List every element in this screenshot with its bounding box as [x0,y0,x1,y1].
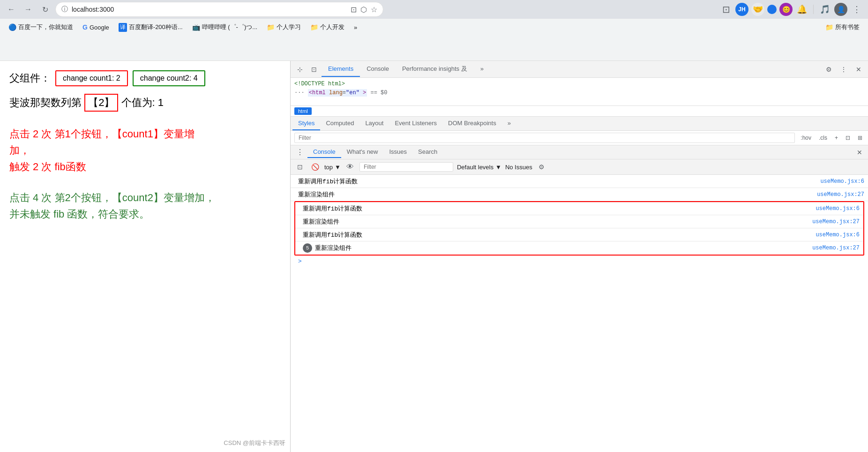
bookmark-all[interactable]: 📁 所有书签 [822,21,863,33]
ext-share-icon[interactable]: 🤝 [751,3,764,16]
devtools-more-icon[interactable]: ⋮ [837,63,850,76]
address-bar[interactable]: ⓘ localhost:3000 ⊡ ⬡ ☆ [55,2,383,17]
log-source-3[interactable]: useMemo.jsx:6 [812,205,860,212]
red-box-group: 重新调用fib计算函数 useMemo.jsx:6 重新渲染组件 useMemo… [294,201,864,256]
tab-console[interactable]: Console [360,61,396,77]
log-source-2[interactable]: useMemo.jsx:27 [813,191,864,198]
console-sidebar-toggle[interactable]: ⊡ [294,161,306,173]
bookmark-baidu-translate[interactable]: 译 百度翻译-200种语... [115,21,187,34]
annotation-line2: 加， [9,142,281,158]
expand-action[interactable]: ⊞ [856,134,864,142]
top-selector[interactable]: top ▼ [324,164,341,171]
dom-breadcrumb: html [291,106,868,117]
devtools-settings-icon[interactable]: ⚙ [822,63,835,76]
cls-action[interactable]: .cls [817,134,829,142]
change-count1-button[interactable]: change count1: 2 [55,70,128,86]
annotation-green-line1: 点击 4 次 第2个按钮，【count2】变量增加， [9,189,281,206]
devtools-close-icon[interactable]: ✕ [852,63,865,76]
tab-layout[interactable]: Layout [359,117,389,130]
bilibili-icon: 📺 [192,23,200,31]
log-source-5[interactable]: useMemo.jsx:6 [812,232,860,238]
bookmark-baidu[interactable]: 🔵 百度一下，你就知道 [5,21,77,33]
console-tab-issues[interactable]: Issues [384,146,413,158]
ext-jh-icon[interactable]: JH [735,3,748,16]
add-style-action[interactable]: + [833,134,840,142]
baidu-label: 百度一下，你就知道 [18,23,73,31]
ext-profile-icon[interactable]: 👤 [834,3,847,16]
console-tab-search[interactable]: Search [412,146,443,158]
styles-filter-input[interactable] [294,133,795,143]
console-tab-whats-new[interactable]: What's new [341,146,384,158]
tab-styles-more[interactable]: » [502,117,516,130]
back-button[interactable]: ← [5,3,18,16]
hov-action[interactable]: :hov [799,134,813,142]
console-clear-btn[interactable]: 🚫 [309,161,321,173]
console-tab-menu[interactable]: ⋮ [292,146,307,158]
star-icon[interactable]: ☆ [371,5,377,14]
devtools-main-tabs: Elements Console Performance insights 及 … [322,61,821,78]
ext-music-icon[interactable]: 🎵 [818,3,831,16]
dom-html-selected[interactable]: <html lang="en" > [308,89,367,97]
log-source-4[interactable]: useMemo.jsx:27 [808,218,860,225]
ext-face-icon[interactable]: 😊 [779,3,793,16]
all-icon: 📁 [825,23,833,31]
tab-more[interactable]: » [474,61,490,77]
console-prompt[interactable]: > [291,256,868,266]
ext-menu-icon[interactable]: ⋮ [850,3,863,16]
log-text-3: 重新调用fib计算函数 [303,204,812,213]
tab-elements[interactable]: Elements [322,61,360,77]
fib-text: 斐波那契数列第 [9,97,82,108]
tab-styles[interactable]: Styles [292,117,320,130]
breadcrumb-html[interactable]: html [294,107,312,115]
log-source-6[interactable]: useMemo.jsx:27 [808,245,860,251]
all-label: 所有书签 [835,23,860,31]
tab-dom-breakpoints[interactable]: DOM Breakpoints [442,117,502,130]
console-tab-console[interactable]: Console [307,146,341,158]
no-issues-label: No Issues [505,164,532,171]
log-row-4: 重新渲染组件 useMemo.jsx:27 [295,215,863,228]
devtools-responsive-icon[interactable]: ⊡ [307,63,321,76]
address-text: localhost:3000 [72,6,114,13]
console-filter-input[interactable] [359,162,453,172]
console-tabs-row: ⋮ Console What's new Issues Search ✕ [291,145,868,159]
log-text-5: 重新调用fib计算函数 [303,231,812,239]
devtools-pointer-icon[interactable]: ⊹ [293,63,307,76]
log-source-1[interactable]: useMemo.jsx:6 [816,178,864,185]
bookmark-bilibili[interactable]: 📺 哔哩哔哩 (゜-゜)つ... [188,21,261,33]
log-text-4: 重新渲染组件 [303,218,808,226]
log-row-3: 重新调用fib计算函数 useMemo.jsx:6 [295,202,863,215]
elements-area: <!DOCTYPE html> ··· <html lang="en" > ==… [291,78,868,106]
top-label: top [324,164,333,171]
bookmarks-toolbar: 🔵 百度一下，你就知道 G Google 译 百度翻译-200种语... 📺 哔… [0,19,868,36]
cast-icon[interactable]: ⊡ [351,5,357,14]
fib-label: 斐波那契数列第 【2】 个值为: 1 [9,94,281,112]
eye-button[interactable]: 👁 [344,161,356,173]
console-gear-btn[interactable]: ⚙ [536,161,547,173]
translate-icon[interactable]: ⬡ [360,5,367,14]
translate-label: 百度翻译-200种语... [129,23,183,31]
reload-button[interactable]: ↻ [38,3,52,16]
baidu-icon: 🔵 [8,23,16,31]
top-dropdown-icon: ▼ [335,164,341,171]
default-levels[interactable]: Default levels ▼ [457,164,501,171]
ext-circle-icon[interactable] [767,5,777,14]
forward-button[interactable]: → [22,3,35,16]
ext-bell-icon[interactable]: 🔔 [795,3,808,16]
google-label: Google [90,24,109,31]
copy-action[interactable]: ⊡ [844,134,852,142]
devtools-topbar: ⊹ ⊡ Elements Console Performance insight… [291,61,868,78]
tab-computed[interactable]: Computed [320,117,359,130]
bookmark-learning[interactable]: 📁 个人学习 [263,21,305,33]
fib-num: 【2】 [84,94,118,112]
bookmark-more[interactable]: » [350,22,361,33]
tab-event-listeners[interactable]: Event Listeners [389,117,442,130]
ext-screen-icon[interactable]: ⊡ [719,3,733,16]
styles-tabs: Styles Computed Layout Event Listeners D… [291,117,868,131]
console-close-icon[interactable]: ✕ [853,146,866,159]
bookmark-dev[interactable]: 📁 个人开发 [307,21,348,33]
change-count2-button[interactable]: change count2: 4 [133,70,205,86]
parent-label: 父组件： [9,71,51,85]
console-section: ⋮ Console What's new Issues Search ✕ ⊡ 🚫… [291,145,868,452]
tab-performance-insights[interactable]: Performance insights 及 [396,61,474,78]
bookmark-google[interactable]: G Google [79,22,113,33]
